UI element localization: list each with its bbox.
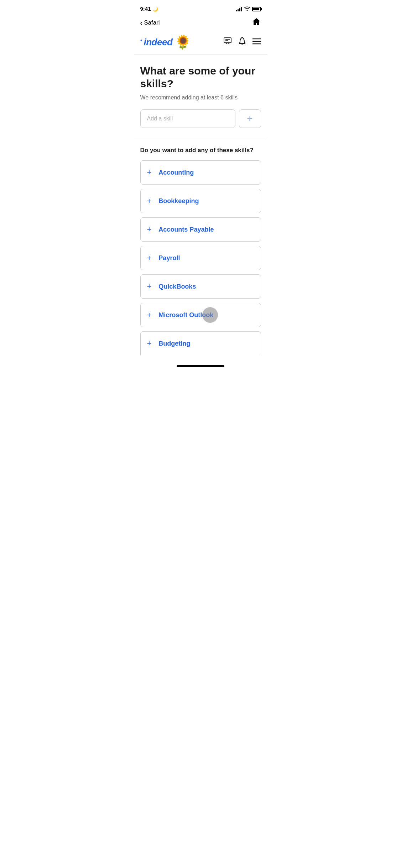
moon-icon: 🌙 [152,6,158,12]
safari-back-label: Safari [144,19,160,26]
home-indicator [134,361,267,370]
indeed-logo: ● indeed [140,37,173,48]
add-skill-icon: + [147,339,152,348]
page-title: What are some of your skills? [140,64,261,90]
status-bar: 9:41 🌙 [134,0,267,16]
notifications-icon[interactable] [238,37,246,47]
add-skill-icon: + [147,253,152,263]
skill-label: Accounting [158,169,194,176]
menu-icon[interactable] [252,37,261,47]
status-time: 9:41 [140,6,151,12]
indeed-logo-text: ● indeed [140,37,173,48]
skill-item[interactable]: + Bookkeeping [140,189,261,213]
safari-bar: ‹ Safari [134,16,267,31]
skill-label: QuickBooks [158,283,196,290]
svg-rect-0 [224,38,231,43]
skill-label: Payroll [158,254,180,262]
skill-item[interactable]: + Budgeting [140,331,261,355]
signal-icon [236,6,242,11]
header-action-icons [223,37,261,47]
skill-input-row: + [140,109,261,128]
skill-item[interactable]: + Microsoft Outlook [140,303,261,327]
battery-icon [252,7,261,11]
skill-label: Bookkeeping [158,197,199,205]
sunflower-icon: 🌻 [175,34,191,50]
plus-icon: + [247,114,252,124]
skill-label: Budgeting [158,340,190,347]
skill-item[interactable]: + Payroll [140,246,261,270]
home-button[interactable] [252,17,261,29]
page-subtitle: We recommend adding at least 6 skills [140,94,261,101]
back-chevron-icon: ‹ [140,19,143,26]
skill-label: Microsoft Outlook [158,311,213,319]
main-content: What are some of your skills? We recomme… [134,55,267,128]
skill-item[interactable]: + Accounting [140,160,261,185]
skill-item[interactable]: + Accounts Payable [140,217,261,242]
skill-label: Accounts Payable [158,226,214,233]
add-skill-icon: + [147,225,152,234]
add-skill-icon: + [147,168,152,177]
suggestions-title: Do you want to add any of these skills? [140,147,261,154]
add-skill-icon: + [147,196,152,206]
home-bar [177,365,224,367]
add-skill-icon: + [147,310,152,320]
status-time-area: 9:41 🌙 [140,6,158,12]
app-header: ● indeed 🌻 [134,31,267,55]
wifi-icon [244,6,250,12]
suggestions-section: Do you want to add any of these skills? … [134,147,267,355]
skill-item[interactable]: + QuickBooks [140,274,261,299]
messages-icon[interactable] [223,37,232,47]
add-skill-button[interactable]: + [239,109,261,128]
skill-input[interactable] [140,109,235,128]
safari-back-button[interactable]: ‹ Safari [140,19,160,26]
section-divider [134,138,267,138]
add-skill-icon: + [147,282,152,291]
status-icons [236,6,261,12]
